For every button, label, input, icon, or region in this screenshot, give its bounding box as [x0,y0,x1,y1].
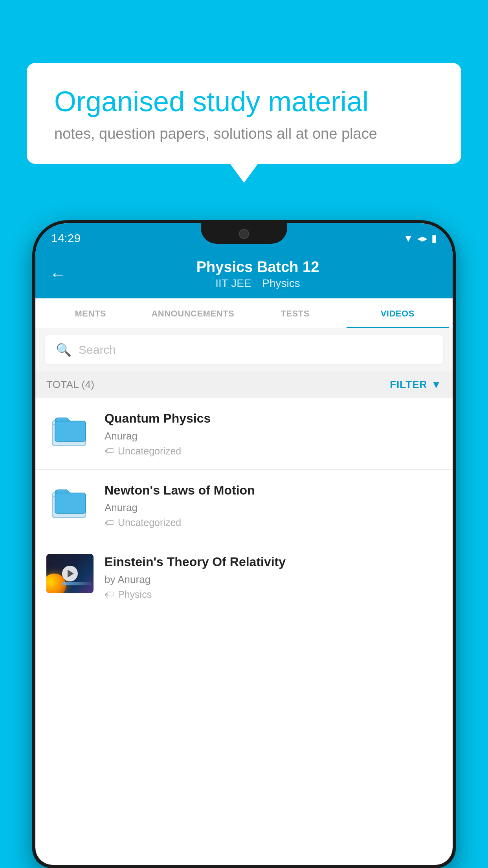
video-tag-3: Physics [118,589,152,600]
video-tag-row-3: 🏷 Physics [105,589,442,600]
tab-bar: MENTS ANNOUNCEMENTS TESTS VIDEOS [35,298,453,328]
video-thumb-3 [46,554,94,593]
tab-announcements[interactable]: ANNOUNCEMENTS [142,298,244,328]
speech-bubble: Organised study material notes, question… [27,63,461,164]
header-title: Physics Batch 12 [77,259,438,276]
phone-inner: 14:29 ▼ ◂▸ ▮ ← Physics Batch 12 IIT JEE … [35,223,453,865]
header-info: Physics Batch 12 IIT JEE Physics [77,259,438,290]
phone-frame: 14:29 ▼ ◂▸ ▮ ← Physics Batch 12 IIT JEE … [32,220,456,868]
list-item[interactable]: Newton's Laws of Motion Anurag 🏷 Uncateg… [35,470,453,542]
tag-icon-2: 🏷 [105,517,114,528]
tag-icon-3: 🏷 [105,589,114,600]
svg-rect-1 [55,421,86,441]
tag-icon-1: 🏷 [105,445,114,456]
video-list: Quantum Physics Anurag 🏷 Uncategorized [35,398,453,613]
filter-button[interactable]: FILTER ▼ [390,379,442,391]
video-info-1: Quantum Physics Anurag 🏷 Uncategorized [105,410,442,457]
video-info-2: Newton's Laws of Motion Anurag 🏷 Uncateg… [105,482,442,529]
header-tags: IIT JEE Physics [77,277,438,290]
list-item[interactable]: Einstein's Theory Of Relativity by Anura… [35,541,453,613]
video-author-3: by Anurag [105,574,442,586]
svg-rect-3 [55,493,86,513]
folder-icon [50,412,90,448]
list-item[interactable]: Quantum Physics Anurag 🏷 Uncategorized [35,398,453,470]
search-bar[interactable]: 🔍 Search [45,335,443,364]
play-triangle [68,570,74,577]
filter-label: FILTER [390,379,427,391]
search-icon: 🔍 [56,342,72,357]
bubble-title: Organised study material [54,85,434,118]
wifi-icon: ▼ [403,232,413,245]
video-thumb-1 [46,410,94,450]
play-button-icon [62,566,78,581]
phone-notch [201,223,287,244]
video-tag-row-1: 🏷 Uncategorized [105,445,442,457]
video-tag-1: Uncategorized [118,445,181,457]
filter-bar: TOTAL (4) FILTER ▼ [35,371,453,398]
video-tag-row-2: 🏷 Uncategorized [105,517,442,528]
tab-ments[interactable]: MENTS [39,298,142,328]
total-label: TOTAL (4) [46,379,94,391]
video-thumbnail-image [46,554,94,593]
speech-bubble-container: Organised study material notes, question… [27,63,461,164]
tab-tests[interactable]: TESTS [244,298,347,328]
tab-videos[interactable]: VIDEOS [347,298,449,328]
signal-icon: ◂▸ [417,232,427,245]
filter-icon: ▼ [431,379,442,391]
video-title-1: Quantum Physics [105,410,442,427]
video-author-2: Anurag [105,502,442,514]
video-thumb-2 [46,482,94,522]
folder-icon-2 [50,484,90,520]
light-streak [62,582,94,585]
video-info-3: Einstein's Theory Of Relativity by Anura… [105,554,442,600]
search-bar-container: 🔍 Search [35,328,453,371]
camera [239,229,249,239]
status-icons: ▼ ◂▸ ▮ [403,232,437,245]
back-button[interactable]: ← [50,265,66,284]
battery-icon: ▮ [431,232,437,245]
video-author-1: Anurag [105,430,442,442]
bubble-subtitle: notes, question papers, solutions all at… [54,125,434,142]
app-header: ← Physics Batch 12 IIT JEE Physics [35,250,453,298]
video-title-2: Newton's Laws of Motion [105,482,442,499]
video-tag-2: Uncategorized [118,517,181,528]
status-time: 14:29 [51,232,81,245]
video-title-3: Einstein's Theory Of Relativity [105,554,442,570]
header-tag-physics: Physics [262,277,300,289]
header-tag-iitjee: IIT JEE [215,277,251,289]
search-placeholder: Search [79,343,116,357]
